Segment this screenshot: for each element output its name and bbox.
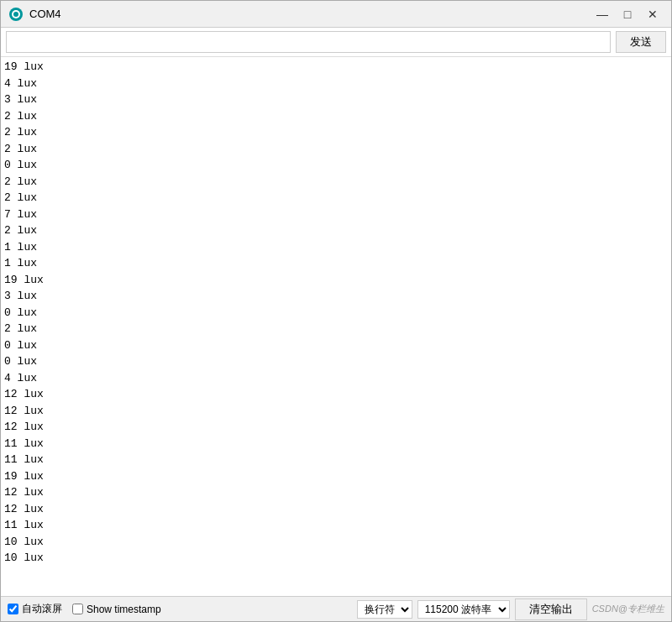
serial-line: 11 lux xyxy=(4,452,668,468)
auto-scroll-label: 自动滚屏 xyxy=(22,602,62,616)
minimize-button[interactable]: — xyxy=(591,4,614,24)
serial-line: 11 lux xyxy=(4,517,668,534)
watermark: CSDN@专栏维生 xyxy=(592,603,664,615)
serial-line: 2 lux xyxy=(4,190,668,206)
serial-line: 19 lux xyxy=(4,272,668,289)
serial-line: 7 lux xyxy=(4,206,668,223)
serial-line: 0 lux xyxy=(4,157,668,174)
app-icon xyxy=(8,6,24,23)
line-ending-select[interactable]: 换行符 xyxy=(357,600,412,619)
serial-line: 12 lux xyxy=(4,419,668,436)
serial-line: 10 lux xyxy=(4,550,668,567)
serial-line: 19 lux xyxy=(4,59,668,76)
serial-line: 19 lux xyxy=(4,468,668,485)
serial-line: 4 lux xyxy=(4,76,668,92)
serial-line: 12 lux xyxy=(4,501,668,518)
clear-output-button[interactable]: 清空输出 xyxy=(515,598,587,620)
serial-line: 2 lux xyxy=(4,108,668,125)
serial-line: 1 lux xyxy=(4,255,668,272)
close-button[interactable]: ✕ xyxy=(641,4,664,24)
show-timestamp-label: Show timestamp xyxy=(87,604,161,615)
serial-line: 12 lux xyxy=(4,386,668,403)
send-button[interactable]: 发送 xyxy=(616,31,666,53)
serial-line: 2 lux xyxy=(4,124,668,141)
serial-line: 0 lux xyxy=(4,305,668,321)
serial-line: 2 lux xyxy=(4,222,668,239)
serial-line: 0 lux xyxy=(4,353,668,370)
serial-line: 3 lux xyxy=(4,91,668,108)
serial-line: 12 lux xyxy=(4,484,668,501)
serial-line: 0 lux xyxy=(4,337,668,354)
serial-line: 12 lux xyxy=(4,403,668,420)
svg-point-2 xyxy=(13,12,18,17)
serial-line: 2 lux xyxy=(4,174,668,191)
toolbar: 发送 xyxy=(1,28,671,57)
maximize-button[interactable]: □ xyxy=(616,4,639,24)
serial-output[interactable]: 19 lux4 lux3 lux2 lux2 lux2 lux0 lux2 lu… xyxy=(1,57,671,596)
send-input[interactable] xyxy=(6,31,611,53)
status-bar: 自动滚屏 Show timestamp 换行符 115200 波特率 清空输出 … xyxy=(1,596,671,621)
baud-rate-select[interactable]: 115200 波特率 xyxy=(417,600,510,619)
serial-line: 1 lux xyxy=(4,239,668,256)
serial-line: 11 lux xyxy=(4,436,668,452)
serial-line: 3 lux xyxy=(4,288,668,305)
auto-scroll-checkbox[interactable] xyxy=(8,604,18,614)
window-controls: — □ ✕ xyxy=(591,4,664,24)
serial-line: 10 lux xyxy=(4,534,668,551)
status-right: 换行符 115200 波特率 清空输出 CSDN@专栏维生 xyxy=(357,598,664,620)
auto-scroll-checkbox-label[interactable]: 自动滚屏 xyxy=(8,602,62,616)
title-bar: COM4 — □ ✕ xyxy=(1,1,671,28)
serial-line: 4 lux xyxy=(4,370,668,387)
show-timestamp-checkbox[interactable] xyxy=(72,604,83,614)
main-window: COM4 — □ ✕ 发送 19 lux4 lux3 lux2 lux2 lux… xyxy=(0,0,672,622)
serial-line: 2 lux xyxy=(4,141,668,158)
window-title: COM4 xyxy=(29,8,591,20)
serial-line: 2 lux xyxy=(4,321,668,337)
show-timestamp-checkbox-label[interactable]: Show timestamp xyxy=(72,604,161,615)
